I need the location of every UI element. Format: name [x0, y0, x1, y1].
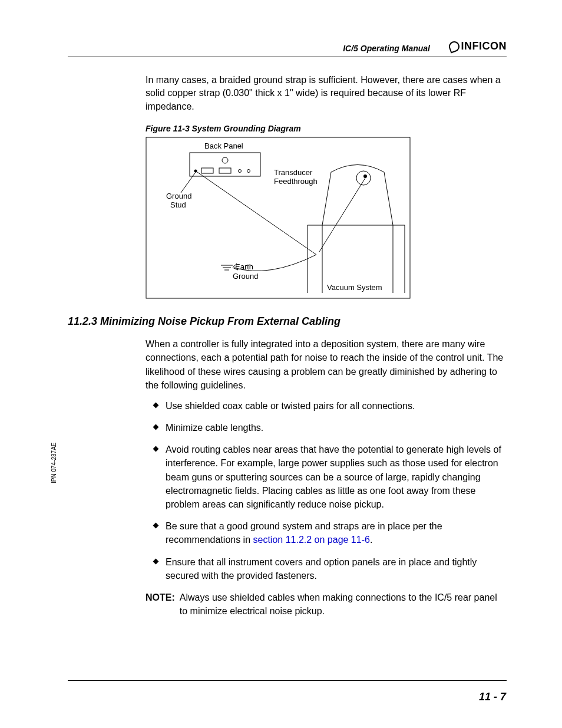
ground-stud-label-2: Stud	[170, 200, 186, 209]
list-item: Use shielded coax cable or twisted pairs…	[157, 399, 507, 413]
figure-diagram: Back Panel Ground Stud	[146, 137, 411, 299]
note-text: Always use shielded cables when making c…	[180, 591, 507, 618]
feedthrough-label: Feedthrough	[274, 177, 318, 186]
earth-label: Earth	[235, 262, 253, 271]
bullet-list: Use shielded coax cable or twisted pairs…	[146, 399, 507, 582]
ground-label: Ground	[233, 272, 258, 281]
svg-point-7	[194, 170, 197, 173]
figure-caption: Figure 11-3 System Grounding Diagram	[146, 124, 507, 133]
svg-point-6	[247, 170, 250, 173]
svg-point-5	[239, 170, 242, 173]
page-number: 11 - 7	[479, 691, 506, 703]
transducer-label: Transducer	[274, 168, 313, 177]
svg-point-12	[356, 171, 371, 185]
note-label: NOTE:	[146, 591, 175, 618]
list-item: Ensure that all instrument covers and op…	[157, 555, 507, 582]
svg-rect-4	[219, 168, 231, 173]
page-header: IC/5 Operating Manual INFICON	[68, 33, 507, 57]
ground-stud-label-1: Ground	[166, 192, 191, 200]
footer-rule	[68, 680, 507, 681]
svg-line-14	[319, 178, 365, 252]
svg-rect-0	[146, 137, 410, 298]
svg-point-2	[222, 157, 228, 163]
cross-reference-link[interactable]: section 11.2.2 on page 11-6	[253, 535, 370, 545]
back-panel-label: Back Panel	[204, 141, 243, 150]
svg-point-13	[363, 174, 367, 178]
leaf-icon	[447, 39, 461, 53]
brand-text: INFICON	[461, 40, 507, 52]
section-heading: 11.2.3 Minimizing Noise Pickup From Exte…	[68, 315, 507, 328]
svg-rect-3	[201, 168, 213, 173]
doc-title: IC/5 Operating Manual	[343, 44, 430, 53]
page: IC/5 Operating Manual INFICON In many ca…	[68, 33, 507, 618]
list-item: Be sure that a good ground system and st…	[157, 519, 507, 546]
bullet-text-post: .	[370, 535, 372, 545]
ipn-code: IPN 074-237AE	[51, 443, 57, 484]
content: In many cases, a braided ground strap is…	[68, 57, 507, 618]
list-item: Avoid routing cables near areas that hav…	[157, 443, 507, 511]
brand-logo: INFICON	[449, 40, 507, 52]
note-block: NOTE: Always use shielded cables when ma…	[146, 591, 507, 618]
svg-line-8	[181, 172, 196, 193]
section-paragraph: When a controller is fully integrated in…	[146, 337, 507, 392]
list-item: Minimize cable lengths.	[157, 421, 507, 434]
vacuum-label: Vacuum System	[327, 283, 382, 292]
svg-rect-1	[190, 153, 260, 176]
intro-paragraph: In many cases, a braided ground strap is…	[146, 74, 507, 113]
